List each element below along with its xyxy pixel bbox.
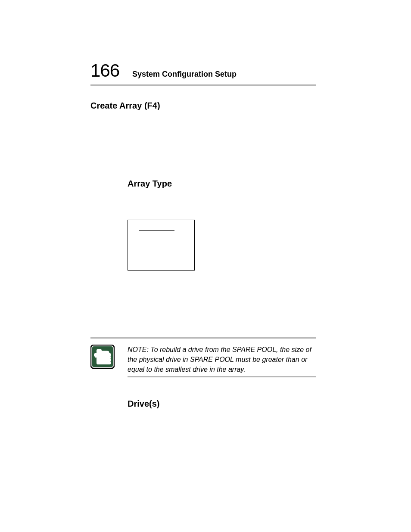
note-body-text: NOTE: To rebuild a drive from the SPARE … xyxy=(128,345,312,375)
page-header: 166 System Configuration Setup xyxy=(90,60,316,81)
note-pointing-hand-icon xyxy=(90,345,115,369)
array-type-box xyxy=(128,220,195,271)
box-underline xyxy=(139,230,174,231)
subsection-heading-drives: Drive(s) xyxy=(128,399,159,409)
note-divider-top xyxy=(90,337,316,339)
section-heading-create-array: Create Array (F4) xyxy=(90,101,160,111)
chapter-title: System Configuration Setup xyxy=(132,70,237,79)
subsection-heading-array-type: Array Type xyxy=(128,179,172,189)
header-divider xyxy=(90,84,316,86)
note-divider-bottom xyxy=(128,376,316,377)
page-number: 166 xyxy=(90,60,119,81)
